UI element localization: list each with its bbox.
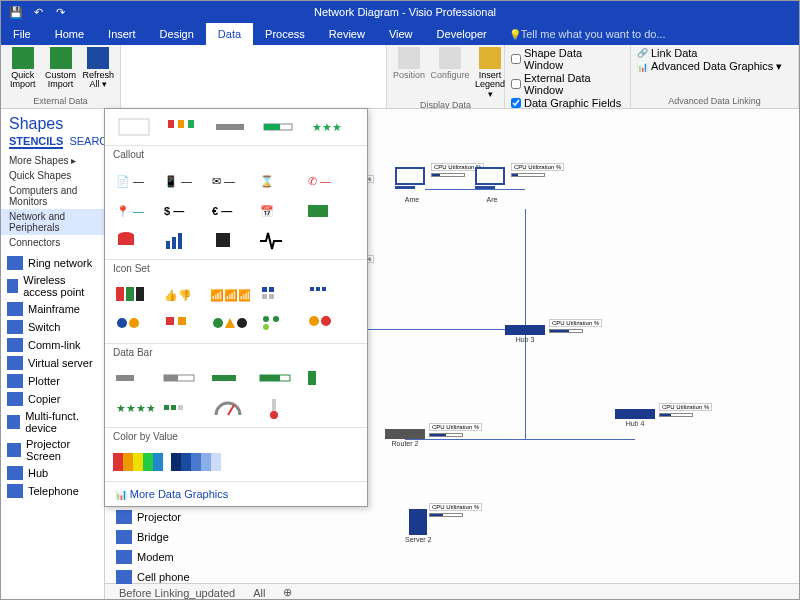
gallery-cbv-rainbow[interactable] — [111, 449, 167, 477]
gallery-iconset-flags2[interactable] — [159, 311, 205, 339]
gallery-callout-abc[interactable]: 📄 — — [111, 167, 157, 195]
advanced-data-graphics-button[interactable]: 📊 Advanced Data Graphics ▾ — [637, 60, 782, 73]
gallery-databar-stars[interactable]: ★★★★ — [111, 395, 157, 423]
menu-data[interactable]: Data — [206, 23, 253, 45]
refresh-all-button[interactable]: Refresh All ▾ — [82, 47, 114, 90]
stencil-connectors[interactable]: Connectors — [1, 235, 104, 250]
gallery-iconset-wifi[interactable]: 📶📶📶 — [207, 281, 253, 309]
shape-telephone[interactable]: Telephone — [1, 482, 104, 500]
menu-insert[interactable]: Insert — [96, 23, 148, 45]
menu-home[interactable]: Home — [43, 23, 96, 45]
shape-projector-screen[interactable]: Projector Screen — [1, 436, 104, 464]
shape-mainframe[interactable]: Mainframe — [1, 300, 104, 318]
gallery-databar-5[interactable] — [303, 365, 349, 393]
gallery-callout-pin[interactable]: 📍 — — [111, 197, 157, 225]
menu-process[interactable]: Process — [253, 23, 317, 45]
connector[interactable] — [525, 439, 635, 440]
sheet-tab[interactable]: Before Linking_updated — [119, 587, 235, 599]
quick-import-button[interactable]: Quick Import — [7, 47, 39, 90]
gallery-callout-bar[interactable] — [207, 113, 253, 141]
gallery-callout-phone2[interactable]: ✆ — — [303, 167, 349, 195]
shape-switch[interactable]: Switch — [1, 318, 104, 336]
connector[interactable] — [525, 209, 526, 439]
shape-projector[interactable]: Projector — [110, 508, 196, 526]
node-hub3[interactable]: Hub 3 — [505, 325, 545, 343]
tab-stencils[interactable]: STENCILS — [9, 135, 63, 149]
gallery-callout-money[interactable] — [303, 197, 349, 225]
node-are[interactable]: Are — [475, 167, 509, 203]
gallery-databar-4[interactable] — [255, 365, 301, 393]
gallery-cbv-blues[interactable] — [169, 449, 225, 477]
shape-ring-network[interactable]: Ring network — [1, 254, 104, 272]
menu-view[interactable]: View — [377, 23, 425, 45]
gallery-callout-mail[interactable]: ✉ — — [207, 167, 253, 195]
gallery-callout-db[interactable] — [111, 227, 157, 255]
shape-comm-link[interactable]: Comm-link — [1, 336, 104, 354]
gallery-iconset-bars[interactable] — [255, 281, 301, 309]
position-button[interactable]: Position — [393, 47, 425, 80]
redo-icon[interactable]: ↷ — [53, 5, 67, 19]
gallery-callout-stars[interactable]: ★★★★ — [303, 113, 349, 141]
data-graphic-fields-check[interactable]: Data Graphic Fields — [511, 97, 624, 109]
insert-legend-button[interactable]: Insert Legend ▾ — [475, 47, 505, 99]
tell-me-search[interactable]: 💡 Tell me what you want to do... — [499, 23, 799, 45]
gallery-iconset-dots[interactable] — [303, 311, 349, 339]
shape-bridge[interactable]: Bridge — [110, 528, 196, 546]
gallery-callout-dollar[interactable]: $ — — [159, 197, 205, 225]
connector[interactable] — [365, 329, 525, 330]
gallery-iconset-grid[interactable] — [303, 281, 349, 309]
stencil-computers[interactable]: Computers and Monitors — [1, 183, 104, 209]
stencil-network-peripherals[interactable]: Network and Peripherals — [1, 209, 104, 235]
external-data-window-check[interactable]: External Data Window — [511, 72, 624, 96]
node-hub4[interactable]: Hub 4 — [615, 409, 655, 427]
gallery-callout-progress[interactable] — [255, 113, 301, 141]
shape-plotter[interactable]: Plotter — [1, 372, 104, 390]
gallery-iconset-pies[interactable] — [111, 311, 157, 339]
gallery-callout-phone[interactable]: 📱 — — [159, 167, 205, 195]
menu-file[interactable]: File — [1, 23, 43, 45]
shape-modem[interactable]: Modem — [110, 548, 196, 566]
gallery-iconset-signs[interactable] — [207, 311, 253, 339]
node-router2[interactable]: Router 2 — [385, 429, 425, 447]
gallery-callout-flag[interactable] — [159, 113, 205, 141]
more-data-graphics-link[interactable]: 📊 More Data Graphics — [105, 481, 367, 506]
shape-cell-phone[interactable]: Cell phone — [110, 568, 196, 586]
save-icon[interactable]: 💾 — [9, 5, 23, 19]
gallery-callout-hourglass[interactable]: ⌛ — [255, 167, 301, 195]
shape-wireless-ap[interactable]: Wireless access point — [1, 272, 104, 300]
custom-import-button[interactable]: Custom Import — [45, 47, 77, 90]
gallery-callout-calendar[interactable]: 📅 — [255, 197, 301, 225]
gallery-databar-gauge[interactable] — [207, 395, 253, 423]
gallery-callout-chip[interactable] — [207, 227, 253, 255]
gallery-iconset-shields[interactable] — [111, 281, 157, 309]
gallery-callout-euro[interactable]: € — — [207, 197, 253, 225]
gallery-databar-1[interactable] — [111, 365, 157, 393]
quick-shapes-link[interactable]: Quick Shapes — [1, 168, 104, 183]
gallery-none[interactable] — [111, 113, 157, 141]
shape-data-window-check[interactable]: Shape Data Window — [511, 47, 624, 71]
gallery-iconset-thumbs[interactable]: 👍👎 — [159, 281, 205, 309]
shape-virtual-server[interactable]: Virtual server — [1, 354, 104, 372]
configure-button[interactable]: Configure — [431, 47, 469, 80]
gallery-callout-chart[interactable] — [159, 227, 205, 255]
node-ame[interactable]: Ame — [395, 167, 429, 203]
gallery-databar-boxes[interactable] — [159, 395, 205, 423]
menu-developer[interactable]: Developer — [425, 23, 499, 45]
tab-search[interactable]: SEARCH — [69, 135, 105, 149]
node-server2[interactable]: Server 2 — [405, 509, 431, 543]
menu-design[interactable]: Design — [148, 23, 206, 45]
shape-copier[interactable]: Copier — [1, 390, 104, 408]
gallery-databar-2[interactable] — [159, 365, 205, 393]
new-sheet-button[interactable]: ⊕ — [283, 586, 292, 599]
shape-multifunction[interactable]: Multi-funct. device — [1, 408, 104, 436]
all-tab[interactable]: All — [253, 587, 265, 599]
gallery-databar-3[interactable] — [207, 365, 253, 393]
gallery-databar-thermo[interactable] — [255, 395, 301, 423]
undo-icon[interactable]: ↶ — [31, 5, 45, 19]
link-data-button[interactable]: 🔗 Link Data — [637, 47, 782, 59]
gallery-iconset-traffic[interactable] — [255, 311, 301, 339]
menu-review[interactable]: Review — [317, 23, 377, 45]
shape-hub[interactable]: Hub — [1, 464, 104, 482]
more-shapes-link[interactable]: More Shapes ▸ — [1, 153, 104, 168]
gallery-callout-heartbeat[interactable] — [255, 227, 301, 255]
